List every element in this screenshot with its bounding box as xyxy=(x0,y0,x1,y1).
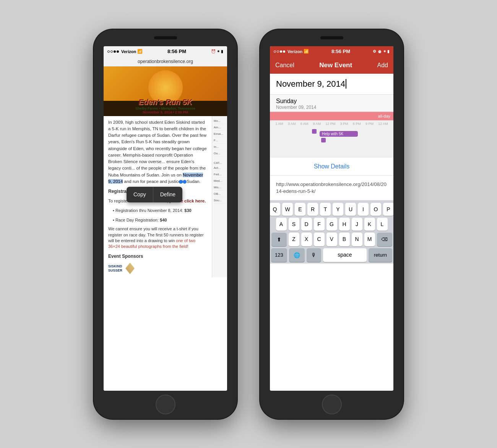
reg-disclaimer: We cannot ensure you will receive a t-sh… xyxy=(108,226,207,250)
key-w[interactable]: W xyxy=(282,203,293,216)
calendar-timeline: all-day 1 AM 3 AM 6 AM 9 AM 12 PM 3 PM 6… xyxy=(270,112,393,158)
battery-icon: ▮ xyxy=(221,49,223,53)
sidebar-amazon: Am... xyxy=(214,126,226,131)
key-c[interactable]: C xyxy=(314,233,325,246)
hero-subtitle2: November 9, 2014 • 2:00 PM xyxy=(135,110,195,114)
keyboard-row-2: A S D F G H J K L xyxy=(271,218,392,231)
key-s[interactable]: S xyxy=(289,218,299,231)
all-day-label: all-day xyxy=(378,114,390,118)
date-day: Sunday xyxy=(276,98,387,105)
carrier-label: Verizon xyxy=(121,49,136,54)
globe-key[interactable]: 🌐 xyxy=(289,248,305,262)
battery-icon-cal: ▮ xyxy=(387,49,390,53)
key-v[interactable]: V xyxy=(326,233,337,246)
key-f[interactable]: F xyxy=(314,218,325,231)
cancel-button[interactable]: Cancel xyxy=(275,62,294,69)
add-button[interactable]: Add xyxy=(377,62,388,69)
paragraph1: In 2009, high school student Eden Siskin… xyxy=(108,119,207,185)
key-y[interactable]: Y xyxy=(333,203,343,216)
sidebar-email: Emai... xyxy=(214,132,226,137)
bluetooth-icon-cal: ✴ xyxy=(383,49,386,53)
key-q[interactable]: Q xyxy=(270,203,280,216)
key-j[interactable]: J xyxy=(352,218,362,231)
sponsor-name: SISKINDSUSSER xyxy=(108,264,122,273)
sidebar-out: Ou... xyxy=(214,152,226,157)
sponsor-logo: SISKINDSUSSER xyxy=(108,263,207,274)
key-b[interactable]: B xyxy=(339,233,350,246)
event-indicator-right xyxy=(321,138,326,142)
browser-screen-wrapper: Verizon 📶 8:56 PM ⏰ ✴ ▮ operationbrokens… xyxy=(104,46,227,391)
key-z[interactable]: Z xyxy=(289,233,299,246)
signal-dot-1 xyxy=(107,50,110,53)
key-k[interactable]: K xyxy=(364,218,375,231)
selection-handle-left xyxy=(183,180,187,184)
status-right: ⏰ ✴ ▮ xyxy=(211,49,223,53)
key-i[interactable]: I xyxy=(358,203,369,216)
key-l[interactable]: L xyxy=(377,218,388,231)
hero-subtitle1: Shelby Farms • Memphis, Tennessee xyxy=(135,107,195,110)
event-block[interactable]: Help with 5K xyxy=(320,131,358,137)
url-bar[interactable]: operationbrokensilence.org xyxy=(104,57,227,66)
key-g[interactable]: G xyxy=(326,218,337,231)
reg-item2: • Race Day Registration: $40 xyxy=(113,217,207,223)
time-12pm: 12 PM xyxy=(325,122,335,126)
highlighted-date: November 9, 2014 xyxy=(108,173,203,184)
settings-icon-cal: ⚙ xyxy=(373,49,376,53)
key-h[interactable]: H xyxy=(339,218,350,231)
home-button-2[interactable] xyxy=(322,395,342,414)
sidebar-in: In... xyxy=(214,145,226,150)
red-text-promo: one of two 36×24 beautiful photographs f… xyxy=(108,238,195,249)
key-u[interactable]: U xyxy=(345,203,356,216)
time-6pm: 6 PM xyxy=(353,122,361,126)
space-key[interactable]: space xyxy=(323,248,367,262)
key-d[interactable]: D xyxy=(301,218,312,231)
sig2 xyxy=(277,50,279,53)
event-indicator-left xyxy=(312,129,317,134)
time-display: 8:56 PM xyxy=(167,49,186,54)
sidebar-ob: OB... xyxy=(214,192,226,197)
selection-handle-right xyxy=(179,180,183,184)
hero-title-text: Eden's Run 5K xyxy=(135,98,195,107)
nav-bar: Cancel New Event Add xyxy=(270,57,393,74)
event-title-field[interactable]: November 9, 2014 xyxy=(270,74,393,95)
key-r[interactable]: R xyxy=(307,203,318,216)
status-bar-calendar: Verizon 📶 8:56 PM ⚙ ⏰ ✴ ▮ xyxy=(270,46,393,57)
key-n[interactable]: N xyxy=(352,233,362,246)
shift-key[interactable]: ⬆ xyxy=(271,233,287,246)
copy-button[interactable]: Copy xyxy=(127,187,153,202)
delete-key[interactable]: ⌫ xyxy=(377,233,392,246)
define-button[interactable]: Define xyxy=(153,187,182,202)
event-title-text: November 9, 2014 xyxy=(276,79,345,89)
sponsors-section: Event Sponsors SISKINDSUSSER xyxy=(108,253,207,274)
bluetooth-icon: ✴ xyxy=(217,49,220,53)
all-day-bar: all-day xyxy=(270,112,393,120)
key-o[interactable]: O xyxy=(370,203,381,216)
keyboard-row-3: ⬆ Z X C V B N M ⌫ xyxy=(271,233,392,246)
time-9am: 9 AM xyxy=(313,122,321,126)
status-right-cal: ⚙ ⏰ ✴ ▮ xyxy=(373,49,390,53)
key-e[interactable]: E xyxy=(295,203,305,216)
time-12am: 12 AM xyxy=(378,122,388,126)
show-details-button[interactable]: Show Details xyxy=(270,158,393,176)
carrier-cal: Verizon xyxy=(287,49,302,54)
url-field[interactable]: http://www.operationbrokensilence.org/20… xyxy=(270,176,393,201)
key-x[interactable]: X xyxy=(301,233,312,246)
key-p[interactable]: P xyxy=(383,203,393,216)
keyboard-row-1: Q W E R T Y U I O P xyxy=(271,203,392,216)
num-key[interactable]: 123 xyxy=(271,248,287,262)
return-key[interactable]: return xyxy=(369,248,392,262)
browser-content: Eden's Run 5K Shelby Farms • Memphis, Te… xyxy=(104,66,227,391)
sponsors-title: Event Sponsors xyxy=(108,253,207,260)
key-m[interactable]: M xyxy=(364,233,375,246)
status-left: Verizon 📶 xyxy=(107,49,143,54)
browser-text: In 2009, high school student Eden Siskin… xyxy=(104,116,212,277)
sig1 xyxy=(274,50,276,53)
key-a[interactable]: A xyxy=(276,218,287,231)
mic-key[interactable]: 🎙 xyxy=(307,248,321,262)
time-cal: 8:56 PM xyxy=(331,49,350,54)
alarm-icon-cal: ⏰ xyxy=(377,49,382,53)
home-button[interactable] xyxy=(156,395,175,414)
context-menu: Copy Define xyxy=(127,187,182,202)
sig4 xyxy=(283,50,285,53)
key-t[interactable]: T xyxy=(320,203,331,216)
